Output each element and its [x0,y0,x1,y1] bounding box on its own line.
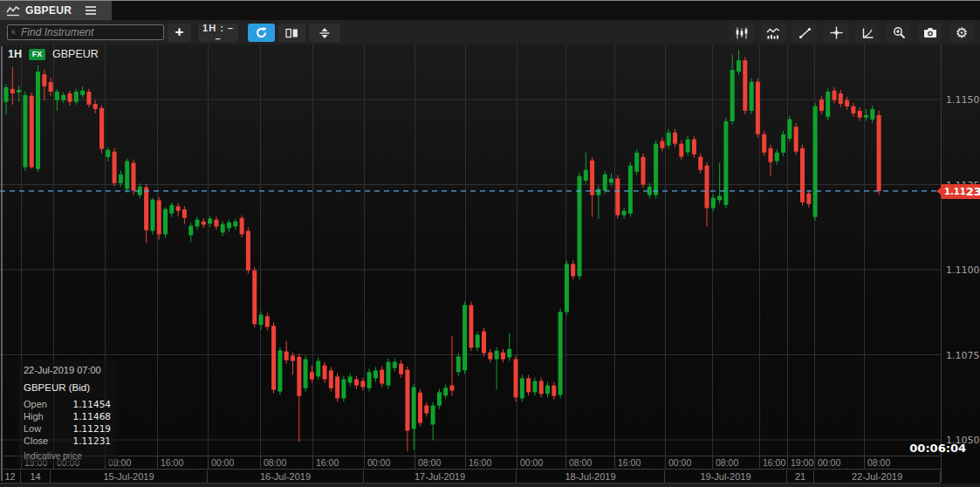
date-cell: 21 [787,470,814,483]
candle-body [565,264,569,312]
chart-type-button[interactable] [730,24,754,42]
tab-gbpeur[interactable]: GBPEUR [0,1,112,20]
candle-body [769,148,773,162]
candle-body [348,376,353,382]
refresh-icon [255,26,268,39]
candle-body [297,357,301,396]
candle-body [730,70,735,121]
candle-body [233,222,237,227]
candle-body [387,362,391,386]
candle-body [781,134,785,153]
candle-body [756,82,760,134]
candle-body [188,226,193,236]
candle-body [609,178,613,182]
candle-body [113,152,117,183]
date-cell: 14 [21,470,51,483]
candle-body [673,133,677,144]
info-row-close: Close1.11231 [24,435,111,447]
candle-body [17,90,21,93]
candle-body [711,198,716,209]
instrument-search[interactable] [7,24,164,40]
add-instrument-button[interactable]: + [168,24,191,42]
candle-body [86,92,91,105]
tab-menu-icon[interactable] [86,6,96,15]
legend-interval: 1H [8,48,22,60]
time-tick-label: 00:00 [818,457,840,468]
candle-body [360,381,365,388]
left-resize-handle[interactable] [1,46,3,481]
badge-notch [936,188,941,195]
candle-body [195,220,200,227]
snapshot-button[interactable] [918,24,942,42]
current-price-badge: 1.11231 [941,184,980,199]
candlestick-icon [735,27,749,39]
layout-panes-button[interactable] [278,24,305,42]
candle-body [176,206,181,210]
gear-icon: ⚙ [956,26,968,40]
time-axis-line [0,456,941,456]
time-tick-separator [364,456,365,469]
candle-countdown: 00:06:04 [816,442,966,455]
candle-body [456,356,461,372]
candle-body [858,111,862,118]
candle-body [596,189,600,195]
date-cell: 15-Jul-2019 [51,470,208,483]
candle-body [329,370,333,388]
candle-body [826,92,830,117]
candle-body [42,74,46,86]
info-row-high: High1.11468 [24,410,111,422]
candle-body [839,93,843,104]
candle-body [380,370,384,384]
indicators-button[interactable] [761,24,785,42]
candle-body [679,144,683,157]
candlestick-chart[interactable] [0,45,941,456]
candle-body [877,115,881,191]
candle-body [323,366,327,380]
candle-body [495,351,499,360]
time-axis[interactable]: 19:0000:0008:0016:0000:0008:0016:0000:00… [0,456,941,483]
ohlc-info-panel: 22-Jul-2019 07:00 GBPEUR (Bid) Open1.114… [17,360,117,464]
axis-scale-button[interactable] [855,24,880,42]
crosshair-button[interactable] [824,24,848,42]
refresh-button[interactable] [248,24,275,42]
candle-body [584,170,588,181]
candle-body [762,134,766,153]
candle-body [169,205,174,214]
candle-body [833,91,837,100]
legend-symbol: GBPEUR [52,48,99,60]
candle-body [106,150,110,157]
candle-body [667,133,671,146]
candle-body [692,140,696,154]
search-input[interactable] [19,25,160,39]
indicative-price-note: Indicative price [24,451,111,461]
candle-body [705,166,709,209]
line-chart-icon [6,5,20,17]
candle-body [603,175,607,191]
chart-area[interactable]: 1H FX GBPEUR 1.115001.112501.110001.1075… [0,45,980,487]
time-tick-separator [614,456,615,469]
candle-body [845,100,849,106]
price-axis-divider [941,45,942,483]
splitter-button[interactable] [309,24,340,42]
candle-body [800,148,805,202]
candle-body [74,92,79,102]
date-cell: 22-Jul-2019 [814,470,941,483]
time-tick-label: 16:00 [618,457,641,468]
candle-body [125,161,129,189]
date-cell: 18-Jul-2019 [517,470,665,483]
candle-body [437,392,442,405]
candle-body [851,106,855,113]
candle-body [412,388,416,429]
candle-body [641,157,646,185]
time-tick-label: 08:00 [418,457,441,468]
candle-body [55,92,59,100]
candle-body [144,188,148,230]
bottom-strip [0,484,980,487]
trendline-button[interactable] [792,24,817,42]
zoom-in-button[interactable] [887,24,911,42]
candle-body [654,144,658,195]
interval-button[interactable]: 1H : – – [198,24,238,42]
candle-body [399,364,403,374]
settings-button[interactable]: ⚙ [949,24,974,42]
candle-body [227,223,231,229]
